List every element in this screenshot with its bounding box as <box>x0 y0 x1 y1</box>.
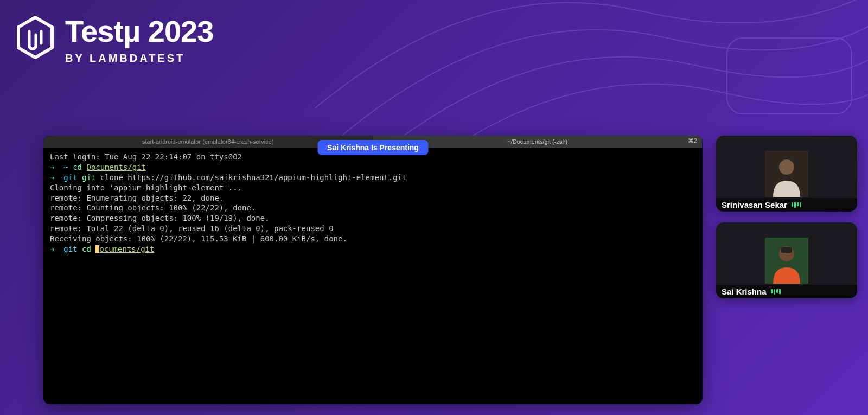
terminal-line: Cloning into 'appium-highlight-element'.… <box>50 183 242 192</box>
terminal-window[interactable]: Sai Krishna Is Presenting start-android-… <box>43 136 703 404</box>
participant-name: Sai Krishna <box>722 287 767 296</box>
git-branch: git <box>63 173 77 182</box>
event-title: Testµ 2023 <box>65 16 213 47</box>
prompt-arrow-icon: → <box>50 163 54 171</box>
svg-rect-0 <box>727 38 852 114</box>
event-subtitle: BY LAMBDATEST <box>65 52 213 65</box>
terminal-line: remote: Enumerating objects: 22, done. <box>50 194 224 202</box>
participant-name: Srinivasan Sekar <box>722 200 787 209</box>
participant-tile[interactable]: Sai Krishna <box>716 222 857 298</box>
prompt-arrow-icon: → <box>50 173 54 182</box>
prompt-path: ~ <box>63 163 68 171</box>
command-text: cd <box>82 245 91 253</box>
svg-point-2 <box>779 159 794 175</box>
avatar <box>765 238 808 284</box>
command-text: cd <box>73 163 82 171</box>
avatar <box>765 151 808 197</box>
terminal-line: remote: Total 22 (delta 0), reused 16 (d… <box>50 224 334 233</box>
svg-rect-6 <box>781 247 792 253</box>
command-args: clone https://github.com/saikrishna321/a… <box>95 173 406 182</box>
prompt-arrow-icon: → <box>50 245 54 253</box>
directory-link: ocuments/git <box>99 245 154 253</box>
participants-column: Srinivasan Sekar Sai Krishna <box>716 136 857 404</box>
speaking-indicator-icon <box>792 202 801 208</box>
participant-tile[interactable]: Srinivasan Sekar <box>716 136 857 212</box>
logo-hex-icon <box>16 16 54 59</box>
directory-link: Documents/git <box>86 163 146 171</box>
terminal-line: Receiving objects: 100% (22/22), 115.53 … <box>50 234 347 243</box>
git-branch: git <box>63 245 77 253</box>
terminal-line: Last login: Tue Aug 22 22:14:07 on ttys0… <box>50 152 242 161</box>
terminal-line: remote: Compressing objects: 100% (19/19… <box>50 214 270 222</box>
header-logo-block: Testµ 2023 BY LAMBDATEST <box>16 16 213 65</box>
terminal-tab-count: ⌘2 <box>688 137 697 144</box>
participant-namebar: Sai Krishna <box>716 285 857 298</box>
command-text: git <box>82 173 95 182</box>
terminal-output[interactable]: Last login: Tue Aug 22 22:14:07 on ttys0… <box>43 148 703 404</box>
presenting-badge: Sai Krishna Is Presenting <box>317 140 429 155</box>
terminal-line: remote: Counting objects: 100% (22/22), … <box>50 203 256 212</box>
speaking-indicator-icon <box>771 289 781 295</box>
participant-namebar: Srinivasan Sekar <box>716 198 857 212</box>
